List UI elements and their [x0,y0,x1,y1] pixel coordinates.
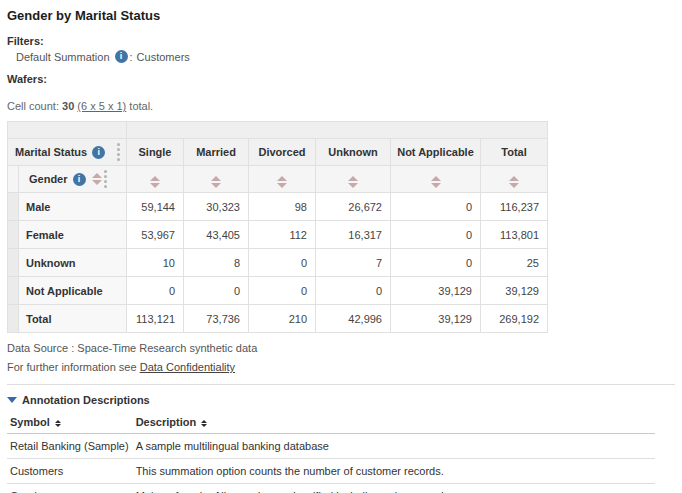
section-divider [7,384,675,385]
menu-dots-icon[interactable] [102,168,109,190]
symbol-header-label: Symbol [10,416,50,428]
data-cell: 0 [391,221,481,249]
column-header[interactable]: Married [184,139,249,166]
annotation-descriptions-label: Annotation Descriptions [22,394,150,406]
data-cell: 116,237 [481,193,548,221]
data-cell: 210 [249,305,316,333]
row-dimension-row: Gender i [8,166,548,193]
column-dimension-label: Marital Status [15,146,87,158]
annotation-table-body: Retail Banking (Sample)A sample multilin… [7,434,655,493]
data-cell: 59,144 [127,193,184,221]
data-cell: 39,129 [391,277,481,305]
data-cell: 0 [391,249,481,277]
annotation-descriptions-toggle[interactable]: Annotation Descriptions [7,394,675,406]
data-cell: 10 [127,249,184,277]
cell-count-label: Cell count: [7,100,59,112]
column-dimension-cell: Marital Status i [8,139,127,166]
description-header-label: Description [136,416,197,428]
info-icon[interactable]: i [115,50,128,63]
page-title: Gender by Marital Status [7,8,675,23]
collapse-triangle-icon[interactable] [7,397,17,403]
annotation-header-row: Symbol Description [7,413,655,434]
data-cell: 0 [391,193,481,221]
annotation-description: This summation option counts the number … [133,459,655,484]
info-icon[interactable]: i [92,146,105,159]
sort-icon[interactable] [150,176,160,188]
data-cell: 0 [249,249,316,277]
sort-icon[interactable] [348,176,358,188]
column-sort-cell[interactable] [249,166,316,193]
filter-item: Default Summation i : Customers [16,50,675,63]
row-indent-strip [8,305,19,333]
data-cell: 7 [316,249,391,277]
sort-icon[interactable] [211,176,221,188]
column-sort-cell[interactable] [184,166,249,193]
symbol-column-header[interactable]: Symbol [7,413,133,434]
column-header[interactable]: Unknown [316,139,391,166]
column-sort-cell[interactable] [127,166,184,193]
crosstab-body: Male59,14430,3239826,6720116,237Female53… [8,193,548,333]
table-row: Unknown10807025 [8,249,548,277]
sort-icon[interactable] [431,176,441,188]
data-cell: 112 [249,221,316,249]
data-cell: 113,121 [127,305,184,333]
info-icon[interactable]: i [73,173,86,186]
row-label: Total [19,305,127,333]
data-cell: 39,129 [481,277,548,305]
data-cell: 43,405 [184,221,249,249]
data-cell: 30,323 [184,193,249,221]
menu-dots-icon[interactable] [115,141,122,163]
data-source-line: Data Source : Space-Time Research synthe… [7,342,675,354]
data-cell: 0 [249,277,316,305]
row-label: Unknown [19,249,127,277]
data-cell: 73,736 [184,305,249,333]
table-corner-cell [8,122,127,139]
annotation-row: CustomersThis summation option counts th… [7,459,655,484]
filter-separator: : [130,51,133,63]
annotation-row: GenderMale or female. All records are cl… [7,484,655,493]
data-cell: 42,996 [316,305,391,333]
column-header[interactable]: Divorced [249,139,316,166]
column-sort-cell[interactable] [316,166,391,193]
table-row: Not Applicable000039,12939,129 [8,277,548,305]
wafers-label: Wafers: [7,73,675,85]
row-indent-strip [8,277,19,305]
column-header[interactable]: Total [481,139,548,166]
cell-count-suffix: total. [129,100,153,112]
column-sort-cell[interactable] [391,166,481,193]
data-cell: 26,672 [316,193,391,221]
row-indent-strip [8,221,19,249]
data-confidentiality-link[interactable]: Data Confidentiality [140,361,235,373]
row-label: Male [19,193,127,221]
data-cell: 269,192 [481,305,548,333]
description-column-header[interactable]: Description [133,413,655,434]
sort-icon[interactable] [277,176,287,188]
sort-icon[interactable] [509,176,519,188]
row-dimension-cell: Gender i [19,166,127,193]
row-indent-strip [8,193,19,221]
row-dimension-label: Gender [29,173,68,185]
data-cell: 0 [184,277,249,305]
annotation-table: Symbol Description Retail Banking (Sampl… [7,413,655,493]
filters-label: Filters: [7,35,675,47]
data-cell: 113,801 [481,221,548,249]
table-spanner-cell [127,122,548,139]
annotation-row: Retail Banking (Sample)A sample multilin… [7,434,655,459]
data-cell: 25 [481,249,548,277]
column-header[interactable]: Not Applicable [391,139,481,166]
sort-icon[interactable] [92,173,102,185]
table-row: Female53,96743,40511216,3170113,801 [8,221,548,249]
data-cell: 16,317 [316,221,391,249]
column-header[interactable]: Single [127,139,184,166]
sort-icon[interactable] [201,420,207,427]
filter-value: Customers [137,51,190,63]
annotation-symbol: Retail Banking (Sample) [7,434,133,459]
cell-dimensions-link[interactable]: (6 x 5 x 1) [77,100,126,112]
table-spanner-row [8,122,548,139]
data-cell: 8 [184,249,249,277]
further-info-text: For further information see [7,361,137,373]
column-sort-cell[interactable] [481,166,548,193]
row-indent-strip [8,166,19,193]
sort-icon[interactable] [55,420,61,427]
row-indent-strip [8,249,19,277]
